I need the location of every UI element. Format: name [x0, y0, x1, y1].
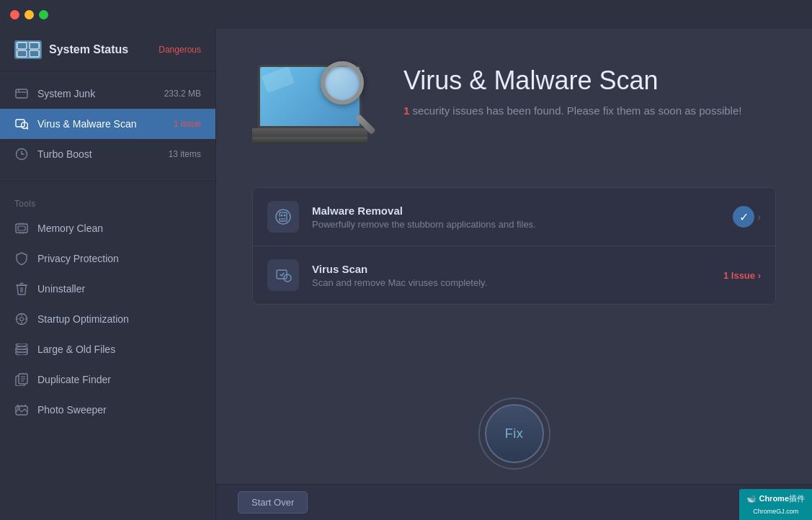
- sidebar-item-label-duplicate-finder: Duplicate Finder: [37, 374, 111, 385]
- svg-point-36: [276, 210, 290, 224]
- titlebar: [0, 0, 812, 29]
- sidebar-item-label-uninstaller: Uninstaller: [37, 283, 85, 295]
- svg-point-40: [284, 274, 291, 282]
- svg-rect-0: [17, 42, 27, 49]
- svg-point-24: [16, 349, 27, 352]
- sidebar-item-label-large-old-files: Large & Old Files: [37, 344, 115, 355]
- sidebar-badge-virus-scan: 1 issue: [174, 119, 201, 129]
- sidebar-title: System Status: [49, 43, 128, 56]
- sidebar-item-label-photo-sweeper: Photo Sweeper: [37, 404, 107, 416]
- memory-clean-icon: [14, 221, 29, 236]
- malware-removal-desc: Powerfully remove the stubborn applicati…: [312, 219, 720, 230]
- sidebar-item-startup-optimization[interactable]: Startup Optimization: [0, 304, 215, 334]
- svg-rect-3: [30, 50, 39, 57]
- svg-point-22: [20, 318, 24, 321]
- malware-removal-check: ✓: [733, 206, 754, 228]
- sidebar-item-privacy-protection[interactable]: Privacy Protection: [0, 243, 215, 274]
- feature-cards: Malware Removal Powerfully remove the st…: [252, 187, 776, 305]
- fix-area: Fix: [216, 390, 812, 484]
- sidebar-item-label-virus-scan: Virus & Malware Scan: [37, 118, 136, 130]
- malware-removal-title: Malware Removal: [312, 205, 720, 217]
- svg-line-9: [27, 128, 29, 130]
- photo-sweeper-icon: [14, 403, 29, 417]
- svg-point-37: [281, 215, 283, 217]
- startup-optimization-icon: [14, 312, 29, 326]
- svg-rect-2: [30, 42, 39, 49]
- sidebar-badge-turbo-boost: 13 items: [169, 149, 201, 159]
- close-button[interactable]: [10, 10, 19, 19]
- malware-removal-card[interactable]: Malware Removal Powerfully remove the st…: [253, 188, 775, 246]
- bottom-bar: Start Over: [216, 484, 812, 520]
- turbo-boost-icon: [14, 147, 29, 161]
- svg-point-38: [284, 215, 286, 217]
- uninstaller-icon: [14, 282, 29, 296]
- sidebar-item-photo-sweeper[interactable]: Photo Sweeper: [0, 395, 215, 425]
- sidebar-item-duplicate-finder[interactable]: Duplicate Finder: [0, 364, 215, 395]
- fix-button[interactable]: Fix: [485, 404, 544, 463]
- sidebar-divider: [0, 181, 215, 181]
- virus-scan-title: Virus Scan: [312, 263, 710, 275]
- main-panel: Virus & Malware Scan 1 security issues h…: [216, 0, 812, 520]
- sidebar-item-uninstaller[interactable]: Uninstaller: [0, 274, 215, 304]
- sidebar-item-label-memory-clean: Memory Clean: [37, 223, 103, 234]
- malware-removal-action: ✓ ›: [733, 206, 761, 228]
- virus-scan-desc: Scan and remove Mac viruses completely.: [312, 277, 710, 288]
- tools-label: Tools: [0, 186, 215, 213]
- sidebar-item-label-system-junk: System Junk: [37, 88, 95, 99]
- sidebar-item-label-privacy-protection: Privacy Protection: [37, 253, 119, 264]
- sidebar-item-memory-clean[interactable]: Memory Clean: [0, 213, 215, 243]
- hero-text: Virus & Malware Scan 1 security issues h…: [403, 58, 741, 120]
- hero-subtitle-text: security issues has been found. Please f…: [409, 104, 741, 117]
- fix-button-outer: Fix: [478, 398, 550, 470]
- sidebar-item-label-startup-optimization: Startup Optimization: [37, 313, 129, 325]
- sidebar-badge-system-junk: 233.2 MB: [164, 89, 201, 99]
- sidebar: System Status Dangerous System Junk 233.…: [0, 0, 216, 520]
- system-junk-icon: [14, 86, 29, 101]
- svg-rect-12: [18, 226, 25, 230]
- sidebar-item-turbo-boost[interactable]: Turbo Boost 13 items: [0, 139, 215, 169]
- sidebar-nav: System Junk 233.2 MB Virus & Malware Sca…: [0, 71, 215, 176]
- app-logo: [14, 40, 42, 59]
- hero-illustration: [252, 58, 382, 158]
- virus-scan-issue: 1 Issue ›: [723, 270, 761, 281]
- sidebar-item-system-junk[interactable]: System Junk 233.2 MB: [0, 79, 215, 109]
- sidebar-header: System Status Dangerous: [0, 29, 215, 71]
- svg-point-23: [16, 352, 27, 355]
- malware-removal-chevron: ›: [757, 211, 761, 223]
- sidebar-item-virus-malware-scan[interactable]: Virus & Malware Scan 1 issue: [0, 109, 215, 139]
- hero-section: Virus & Malware Scan 1 security issues h…: [252, 58, 776, 158]
- svg-point-26: [16, 344, 27, 346]
- large-old-files-icon: [14, 342, 29, 357]
- svg-rect-4: [16, 89, 27, 98]
- privacy-protection-icon: [14, 251, 29, 266]
- svg-rect-7: [16, 120, 24, 127]
- malware-removal-icon: [267, 201, 299, 233]
- fix-button-label: Fix: [505, 426, 524, 441]
- svg-rect-39: [277, 270, 287, 279]
- sidebar-item-large-old-files[interactable]: Large & Old Files: [0, 334, 215, 364]
- virus-scan-icon: [14, 117, 29, 131]
- sidebar-status: Dangerous: [159, 45, 201, 55]
- minimize-button[interactable]: [24, 10, 34, 19]
- page-title: Virus & Malware Scan: [403, 65, 741, 96]
- sidebar-item-label-turbo-boost: Turbo Boost: [37, 148, 92, 160]
- main-content: Virus & Malware Scan 1 security issues h…: [216, 29, 812, 390]
- watermark: 🐋 Chrome插件 ChromeGJ.com: [739, 489, 812, 520]
- svg-rect-1: [17, 50, 27, 57]
- start-over-button[interactable]: Start Over: [238, 491, 308, 514]
- traffic-lights: [10, 10, 48, 19]
- svg-point-25: [16, 346, 27, 349]
- virus-scan-card[interactable]: Virus Scan Scan and remove Mac viruses c…: [253, 246, 775, 304]
- virus-scan-action[interactable]: 1 Issue ›: [723, 270, 761, 281]
- hero-subtitle: 1 security issues has been found. Please…: [403, 103, 741, 120]
- duplicate-finder-icon: [14, 372, 29, 387]
- svg-point-35: [18, 408, 20, 410]
- virus-scan-icon-card: [267, 259, 299, 291]
- maximize-button[interactable]: [39, 10, 48, 19]
